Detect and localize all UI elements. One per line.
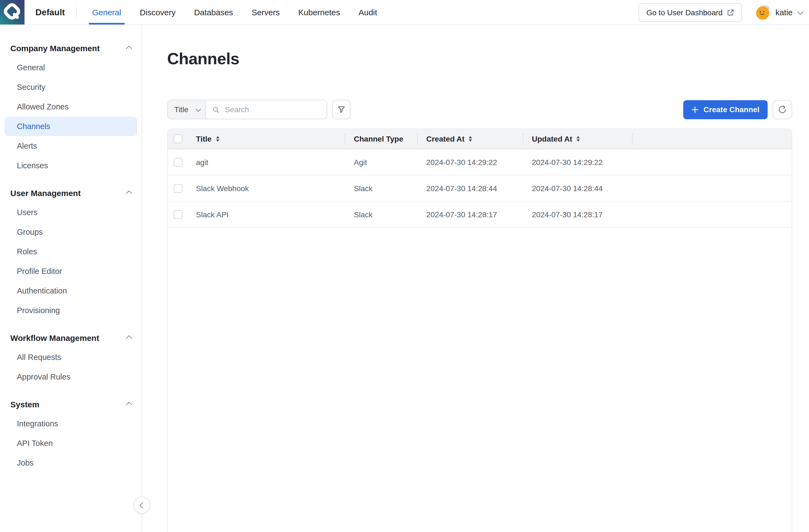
- column-header-updated-at[interactable]: Updated At: [523, 129, 633, 149]
- row-checkbox[interactable]: [174, 158, 183, 166]
- cell-updated-at: 2024-07-30 14:28:44: [523, 175, 633, 201]
- create-channel-label: Create Channel: [704, 105, 759, 114]
- column-header-title[interactable]: Title: [189, 129, 345, 149]
- table-row: agitAgit2024-07-30 14:29:222024-07-30 14…: [168, 149, 792, 175]
- column-header-channel-type: Channel Type: [345, 129, 417, 149]
- cell-title: Slack Webhook: [189, 175, 345, 201]
- sidebar-section-label: Workflow Management: [10, 333, 99, 342]
- sidebar-item-allowed-zones[interactable]: Allowed Zones: [4, 97, 137, 117]
- sidebar-collapse-button[interactable]: [133, 497, 150, 514]
- cell-empty: [633, 149, 792, 175]
- refresh-button[interactable]: [773, 100, 792, 119]
- sidebar-item-groups[interactable]: Groups: [4, 222, 137, 242]
- app-logo-icon[interactable]: [0, 0, 24, 24]
- org-name: Default: [35, 7, 65, 17]
- column-header-label: Updated At: [532, 135, 572, 143]
- tab-audit[interactable]: Audit: [355, 0, 380, 24]
- sidebar-item-all-requests[interactable]: All Requests: [4, 347, 137, 367]
- search-field-label: Title: [174, 105, 188, 114]
- sidebar-item-api-token[interactable]: API Token: [4, 433, 137, 453]
- chevron-up-icon: [126, 46, 132, 52]
- sidebar-item-approval-rules[interactable]: Approval Rules: [4, 367, 137, 387]
- sidebar-section-items: GeneralSecurityAllowed ZonesChannelsAler…: [0, 58, 141, 175]
- sidebar-item-users[interactable]: Users: [4, 203, 137, 222]
- page-title: Channels: [167, 49, 792, 69]
- sidebar-item-integrations[interactable]: Integrations: [4, 414, 137, 433]
- refresh-icon: [777, 105, 787, 114]
- cell-title: Slack API: [189, 202, 345, 227]
- chevron-left-icon: [140, 502, 146, 508]
- channels-table-card: TitleChannel TypeCreated AtUpdated At ag…: [167, 128, 792, 532]
- avatar[interactable]: [756, 5, 771, 20]
- table-row: Slack WebhookSlack2024-07-30 14:28:44202…: [168, 175, 792, 202]
- sidebar-item-general[interactable]: General: [4, 58, 137, 77]
- sidebar-section-items: IntegrationsAPI TokenJobs: [0, 414, 141, 473]
- sidebar-item-profile-editor[interactable]: Profile Editor: [4, 261, 137, 281]
- sidebar-item-licenses[interactable]: Licenses: [4, 156, 137, 175]
- topbar-tabs: GeneralDiscoveryDatabasesServersKubernet…: [89, 0, 380, 24]
- sort-icon[interactable]: [576, 136, 580, 141]
- caret-up-icon: [576, 136, 580, 138]
- table-body: agitAgit2024-07-30 14:29:222024-07-30 14…: [168, 149, 792, 228]
- sidebar-section-workflow-management[interactable]: Workflow Management: [0, 328, 141, 347]
- tab-kubernetes[interactable]: Kubernetes: [295, 0, 343, 24]
- sidebar-section-system[interactable]: System: [0, 394, 141, 414]
- topbar-right: Go to User Dashboard katie: [639, 3, 809, 21]
- tab-discovery[interactable]: Discovery: [136, 0, 179, 24]
- table-row: Slack APISlack2024-07-30 14:28:172024-07…: [168, 202, 792, 228]
- column-header-created-at[interactable]: Created At: [417, 129, 523, 149]
- tab-databases[interactable]: Databases: [191, 0, 236, 24]
- caret-up-icon: [469, 136, 472, 138]
- search-input[interactable]: [224, 105, 320, 114]
- chevron-down-icon[interactable]: [797, 8, 804, 15]
- go-to-user-dashboard-label: Go to User Dashboard: [646, 8, 722, 17]
- sidebar-item-alerts[interactable]: Alerts: [4, 136, 137, 156]
- cell-channel-type: Agit: [345, 149, 417, 175]
- sidebar-section-label: Company Management: [10, 43, 100, 53]
- caret-down-icon: [469, 139, 472, 141]
- chevron-up-icon: [126, 191, 132, 197]
- row-select-cell: [168, 175, 189, 201]
- chevron-up-icon: [126, 402, 132, 408]
- column-header-label: Title: [196, 135, 211, 143]
- tab-servers[interactable]: Servers: [248, 0, 283, 24]
- plus-icon: [692, 106, 699, 113]
- go-to-user-dashboard-button[interactable]: Go to User Dashboard: [639, 3, 742, 21]
- select-all-checkbox[interactable]: [174, 135, 183, 143]
- sidebar-section-user-management[interactable]: User Management: [0, 183, 141, 203]
- create-channel-button[interactable]: Create Channel: [684, 100, 768, 119]
- toolbar: Title Cre: [167, 100, 792, 119]
- cell-title: agit: [189, 149, 345, 175]
- cell-updated-at: 2024-07-30 14:28:17: [523, 202, 633, 227]
- chevron-down-icon: [195, 106, 200, 111]
- sort-icon[interactable]: [216, 136, 219, 141]
- sidebar-section-label: User Management: [10, 188, 81, 198]
- sidebar-item-channels[interactable]: Channels: [4, 117, 137, 136]
- search-icon: [212, 105, 219, 114]
- chevron-up-icon: [126, 336, 132, 342]
- sidebar-item-jobs[interactable]: Jobs: [4, 453, 137, 473]
- row-checkbox[interactable]: [174, 184, 183, 192]
- row-checkbox[interactable]: [174, 210, 183, 219]
- cell-created-at: 2024-07-30 14:29:22: [417, 149, 523, 175]
- external-link-icon: [727, 8, 735, 16]
- caret-down-icon: [576, 139, 580, 141]
- row-select-cell: [168, 149, 189, 175]
- sidebar-section-items: UsersGroupsRolesProfile EditorAuthentica…: [0, 203, 141, 320]
- filter-funnel-icon: [337, 105, 346, 114]
- topbar: Default GeneralDiscoveryDatabasesServers…: [0, 0, 809, 25]
- tab-general[interactable]: General: [89, 0, 124, 24]
- cell-empty: [633, 175, 792, 201]
- sidebar-item-provisioning[interactable]: Provisioning: [4, 301, 137, 320]
- sidebar-section-company-management[interactable]: Company Management: [0, 38, 141, 58]
- sidebar-item-authentication[interactable]: Authentication: [4, 281, 137, 301]
- filter-button[interactable]: [332, 100, 350, 119]
- column-header-label: Channel Type: [354, 135, 403, 143]
- sidebar-item-roles[interactable]: Roles: [4, 242, 137, 261]
- caret-up-icon: [216, 136, 219, 138]
- cell-channel-type: Slack: [345, 202, 417, 227]
- column-header-empty: [633, 129, 792, 149]
- sidebar-item-security[interactable]: Security: [4, 77, 137, 97]
- sort-icon[interactable]: [469, 136, 472, 141]
- search-field-select[interactable]: Title: [167, 100, 206, 119]
